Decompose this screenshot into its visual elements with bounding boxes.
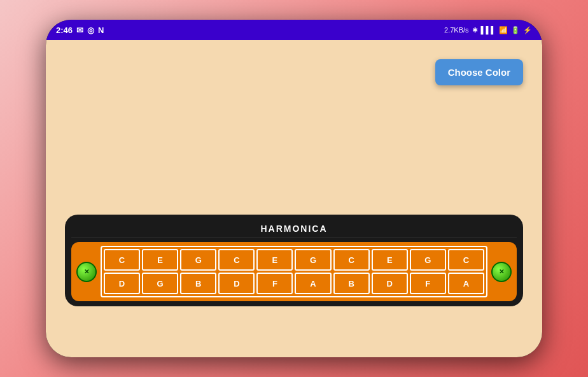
screen-content: Choose Color HARMONICA C E G C E G C E G… — [46, 40, 542, 357]
key-b2[interactable]: B — [333, 273, 370, 294]
key-e3[interactable]: E — [372, 249, 408, 271]
status-bar: 2:46 ✉ ◎ N 2.7KB/s ✱ ▌▌▌ 📶 🔋 ⚡ — [46, 20, 542, 40]
key-f2[interactable]: F — [410, 273, 446, 294]
mail-icon: ✉ — [76, 25, 83, 35]
key-g3[interactable]: G — [410, 249, 446, 271]
key-c2[interactable]: C — [218, 249, 255, 271]
key-a1[interactable]: A — [295, 273, 331, 294]
key-g2[interactable]: G — [295, 249, 331, 271]
key-d3[interactable]: D — [372, 273, 408, 294]
key-g4[interactable]: G — [142, 273, 178, 294]
key-d2[interactable]: D — [218, 273, 255, 294]
phone-device: 2:46 ✉ ◎ N 2.7KB/s ✱ ▌▌▌ 📶 🔋 ⚡ Choose Co… — [46, 20, 542, 357]
harmonica-container: HARMONICA C E G C E G C E G C D — [65, 215, 523, 306]
key-d1[interactable]: D — [104, 273, 140, 294]
key-c3[interactable]: C — [333, 249, 370, 271]
battery-icon: 🔋 — [511, 26, 520, 34]
key-c4[interactable]: C — [448, 249, 484, 271]
bluetooth-icon: ✱ — [472, 26, 478, 34]
key-f1[interactable]: F — [256, 273, 293, 294]
charging-icon: ⚡ — [523, 26, 532, 34]
key-e2[interactable]: E — [256, 249, 293, 271]
status-right: 2.7KB/s ✱ ▌▌▌ 📶 🔋 ⚡ — [444, 26, 532, 34]
signal-icon: ▌▌▌ — [481, 26, 496, 34]
right-knob[interactable] — [491, 262, 512, 282]
status-time: 2:46 — [56, 25, 73, 35]
keys-grid: C E G C E G C E G C D G B D F A — [101, 246, 487, 297]
key-c1[interactable]: C — [104, 249, 140, 271]
choose-color-button[interactable]: Choose Color — [435, 59, 523, 85]
left-knob[interactable] — [76, 262, 97, 282]
harmonica-title: HARMONICA — [71, 220, 517, 238]
wifi-icon: 📶 — [499, 26, 508, 34]
notification-icon: N — [98, 25, 104, 35]
key-b1[interactable]: B — [180, 273, 216, 294]
speed-indicator: 2.7KB/s — [444, 26, 469, 34]
harmonica-body: C E G C E G C E G C D G B D F A — [71, 242, 517, 301]
instagram-icon: ◎ — [87, 25, 94, 35]
status-left: 2:46 ✉ ◎ N — [56, 25, 104, 35]
key-g1[interactable]: G — [180, 249, 216, 271]
key-e1[interactable]: E — [142, 249, 178, 271]
key-a2[interactable]: A — [448, 273, 484, 294]
